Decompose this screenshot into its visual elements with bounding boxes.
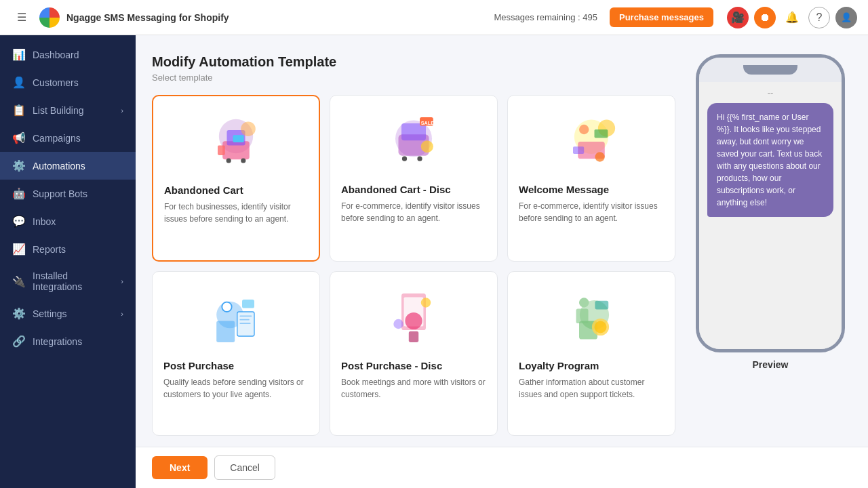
- svg-point-19: [595, 152, 604, 161]
- page-area: Modify Automation Template Select templa…: [136, 35, 868, 447]
- svg-rect-34: [409, 331, 418, 342]
- template-card-abandoned-cart[interactable]: Abandoned Cart For tech businesses, iden…: [152, 95, 320, 262]
- sidebar-icon-settings: ⚙️: [12, 307, 26, 320]
- phone-screen: -- Hi {{% first_name or User %}}. It loo…: [699, 82, 842, 349]
- sidebar-item-inbox[interactable]: 💬 Inbox: [0, 207, 136, 235]
- svg-rect-28: [239, 323, 250, 324]
- bell-icon[interactable]: 🔔: [781, 7, 803, 28]
- sidebar-icon-list-building: 📋: [12, 104, 26, 117]
- phone-notch-bar: [699, 58, 842, 82]
- svg-rect-27: [239, 319, 249, 320]
- preview-label: Preview: [753, 359, 789, 370]
- page-title: Modify Automation Template: [152, 54, 675, 70]
- svg-rect-22: [573, 146, 584, 154]
- video-icon[interactable]: 🎥: [727, 7, 749, 28]
- chevron-icon: ›: [121, 106, 123, 115]
- template-card-name-abandoned-cart-disc: Abandoned Cart - Disc: [341, 184, 451, 195]
- preview-section: -- Hi {{% first_name or User %}}. It loo…: [689, 54, 852, 436]
- sidebar-label-settings: Settings: [33, 308, 67, 319]
- main-content: Modify Automation Template Select templa…: [136, 35, 868, 488]
- template-card-image-post-purchase-disc: [341, 284, 486, 352]
- template-card-post-purchase-disc[interactable]: Post Purchase - Disc Book meetings and m…: [330, 271, 498, 436]
- template-section: Modify Automation Template Select templa…: [152, 54, 675, 436]
- sidebar-label-installed-integrations: Installed Integrations: [33, 270, 114, 292]
- svg-rect-24: [216, 321, 235, 342]
- svg-rect-5: [218, 146, 225, 155]
- sidebar-item-settings[interactable]: ⚙️ Settings ›: [0, 300, 136, 327]
- template-card-name-abandoned-cart: Abandoned Cart: [164, 184, 243, 196]
- template-card-desc-post-purchase: Qualify leads before sending visitors or…: [163, 376, 309, 401]
- svg-point-42: [579, 298, 589, 307]
- sidebar: 📊 Dashboard 👤 Customers 📋 List Building …: [0, 35, 136, 488]
- sidebar-item-installed-integrations[interactable]: 🔌 Installed Integrations ›: [0, 263, 136, 300]
- svg-point-21: [579, 125, 589, 134]
- main-layout: 📊 Dashboard 👤 Customers 📋 List Building …: [0, 35, 868, 488]
- svg-rect-43: [595, 300, 608, 309]
- template-card-name-loyalty-program: Loyalty Program: [519, 360, 599, 371]
- phone-dots: --: [768, 87, 774, 98]
- svg-rect-26: [239, 315, 252, 317]
- sidebar-label-support-bots: Support Bots: [33, 188, 87, 199]
- sidebar-item-campaigns[interactable]: 📢 Campaigns: [0, 124, 136, 152]
- svg-point-33: [405, 312, 422, 329]
- template-card-desc-abandoned-cart-disc: For e-commerce, identify visitor issues …: [341, 200, 486, 224]
- template-card-image-abandoned-cart-disc: SALE: [341, 108, 486, 176]
- svg-point-35: [421, 298, 431, 307]
- template-card-image-loyalty-program: [519, 284, 664, 352]
- svg-rect-41: [576, 308, 589, 323]
- template-card-name-post-purchase: Post Purchase: [163, 360, 234, 371]
- sidebar-item-list-building[interactable]: 📋 List Building ›: [0, 96, 136, 124]
- template-card-desc-post-purchase-disc: Book meetings and more with visitors or …: [341, 376, 486, 401]
- template-card-loyalty-program[interactable]: Loyalty Program Gather information about…: [507, 271, 675, 436]
- sidebar-item-reports[interactable]: 📈 Reports: [0, 235, 136, 263]
- app-logo: [39, 7, 60, 28]
- template-card-image-post-purchase: [163, 284, 309, 352]
- template-card-post-purchase[interactable]: Post Purchase Qualify leads before sendi…: [152, 271, 320, 436]
- sidebar-icon-dashboard: 📊: [12, 48, 26, 61]
- svg-point-11: [402, 157, 407, 161]
- svg-point-3: [226, 158, 231, 163]
- template-card-desc-abandoned-cart: For tech businesses, identify visitor is…: [164, 201, 308, 225]
- phone-notch: [743, 65, 797, 75]
- chevron-icon: ›: [121, 310, 123, 318]
- app-header: ☰ Ngagge SMS Messaging for Shopify Messa…: [0, 0, 868, 35]
- template-card-image-welcome-message: [519, 108, 664, 176]
- user-avatar[interactable]: 👤: [835, 7, 857, 28]
- svg-point-4: [241, 158, 245, 163]
- sidebar-icon-reports: 📈: [12, 243, 26, 256]
- template-card-name-post-purchase-disc: Post Purchase - Disc: [341, 360, 442, 371]
- sidebar-label-automations: Automations: [33, 161, 85, 171]
- header-icons: 🎥 ⏺ 🔔 ? 👤: [727, 7, 857, 28]
- sidebar-label-list-building: List Building: [33, 105, 84, 116]
- template-card-desc-welcome-message: For e-commerce, identify visitor issues …: [519, 200, 664, 224]
- svg-point-12: [417, 157, 422, 161]
- app-title: Ngagge SMS Messaging for Shopify: [66, 12, 487, 23]
- svg-point-40: [595, 321, 607, 333]
- phone-frame: -- Hi {{% first_name or User %}}. It loo…: [696, 54, 845, 352]
- purchase-messages-button[interactable]: Purchase messages: [610, 7, 713, 27]
- sidebar-item-support-bots[interactable]: 🤖 Support Bots: [0, 180, 136, 207]
- footer-bar: Next Cancel: [136, 447, 868, 488]
- svg-rect-30: [242, 300, 254, 308]
- template-card-desc-loyalty-program: Gather information about customer issues…: [519, 376, 664, 401]
- template-card-welcome-message[interactable]: Welcome Message For e-commerce, identify…: [507, 95, 675, 262]
- sidebar-icon-installed-integrations: 🔌: [12, 275, 26, 288]
- chevron-icon: ›: [121, 277, 123, 285]
- help-icon[interactable]: ?: [808, 7, 830, 28]
- record-icon[interactable]: ⏺: [754, 7, 776, 28]
- sidebar-label-inbox: Inbox: [33, 216, 56, 227]
- sidebar-label-customers: Customers: [33, 77, 79, 88]
- hamburger-menu[interactable]: ☰: [11, 7, 33, 28]
- svg-point-29: [222, 302, 231, 311]
- next-button[interactable]: Next: [152, 456, 208, 479]
- template-card-image-abandoned-cart: [164, 108, 308, 176]
- sidebar-item-integrations[interactable]: 🔗 Integrations: [0, 327, 136, 355]
- template-card-abandoned-cart-disc[interactable]: SALE Abandoned Cart - Disc For e-commerc…: [330, 95, 498, 262]
- svg-rect-7: [233, 135, 244, 142]
- sidebar-item-dashboard[interactable]: 📊 Dashboard: [0, 41, 136, 68]
- svg-point-36: [393, 319, 403, 328]
- cancel-button[interactable]: Cancel: [214, 455, 275, 480]
- sidebar-item-automations[interactable]: ⚙️ Automations: [0, 152, 136, 180]
- sidebar-item-customers[interactable]: 👤 Customers: [0, 68, 136, 96]
- sidebar-icon-customers: 👤: [12, 76, 26, 89]
